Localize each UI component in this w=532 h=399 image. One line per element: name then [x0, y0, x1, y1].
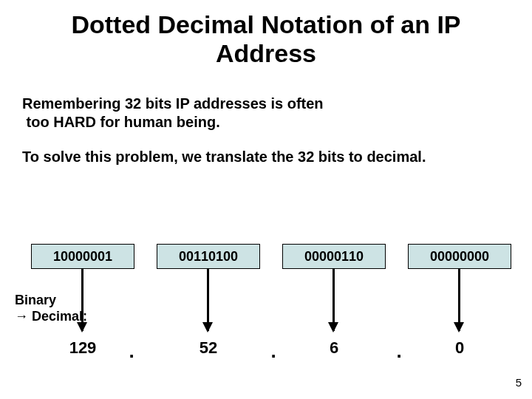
decimal-value-1: 129	[69, 338, 97, 358]
binary-octet-4: 00000000	[408, 244, 511, 269]
dot-separator: .	[129, 340, 134, 363]
binary-octet-1: 10000001	[31, 244, 134, 269]
binary-octet-3: 00000110	[282, 244, 386, 269]
conversion-label: Binary → Decimal:	[15, 293, 87, 324]
paragraph-1-line-1: Remembering 32 bits IP addresses is ofte…	[22, 95, 324, 112]
conversion-label-line-2: Decimal:	[32, 309, 87, 324]
decimal-value-3: 6	[330, 338, 338, 358]
decimal-value-2: 52	[200, 338, 217, 358]
dot-separator: .	[270, 340, 276, 363]
decimal-row: 129 . 52 . 6 . 0	[0, 338, 532, 368]
slide-title: Dotted Decimal Notation of an IP Address	[0, 0, 532, 74]
arrow-down-icon	[207, 269, 209, 331]
arrow-right-icon: →	[15, 309, 28, 325]
arrow-down-icon	[458, 269, 460, 331]
conversion-label-line-1: Binary	[15, 293, 56, 307]
binary-octet-row: 10000001 00110100 00000110 00000000	[0, 244, 532, 269]
paragraph-1: Remembering 32 bits IP addresses is ofte…	[0, 95, 532, 132]
paragraph-2: To solve this problem, we translate the …	[0, 148, 532, 166]
arrow-down-icon	[332, 269, 335, 331]
decimal-value-4: 0	[455, 338, 464, 358]
binary-octet-2: 00110100	[157, 244, 260, 269]
slide-number: 5	[516, 376, 522, 389]
dot-separator: .	[396, 340, 401, 363]
paragraph-1-line-2: too HARD for human being.	[27, 114, 220, 130]
